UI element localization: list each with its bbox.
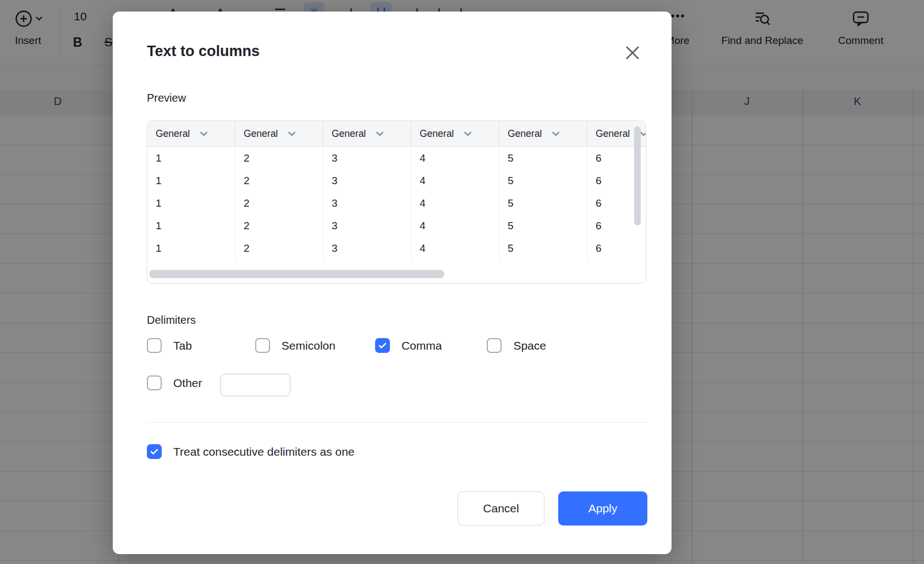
preview-table: GeneralGeneralGeneralGeneralGeneralGener… bbox=[147, 120, 646, 284]
delimiter-options-row: TabSemicolonCommaSpace bbox=[147, 338, 546, 353]
preview-cell: 1 bbox=[147, 192, 235, 214]
treat-consecutive-option[interactable]: Treat consecutive delimiters as one bbox=[147, 444, 355, 459]
chevron-down-icon bbox=[376, 131, 384, 136]
horizontal-scrollbar[interactable] bbox=[149, 270, 444, 278]
preview-cell: 3 bbox=[323, 169, 411, 192]
preview-header-row: GeneralGeneralGeneralGeneralGeneralGener… bbox=[147, 121, 646, 147]
preview-cell: 5 bbox=[499, 237, 587, 259]
chevron-down-icon bbox=[464, 131, 472, 136]
preview-cell: 3 bbox=[323, 147, 411, 169]
cancel-button[interactable]: Cancel bbox=[458, 491, 544, 526]
preview-cell: 3 bbox=[323, 192, 411, 214]
preview-cell: 4 bbox=[411, 147, 499, 169]
column-type-label: General bbox=[244, 128, 278, 140]
delimiter-option-comma[interactable]: Comma bbox=[375, 338, 442, 353]
preview-cell: 5 bbox=[499, 169, 587, 192]
preview-cell: 4 bbox=[411, 192, 499, 214]
treat-consecutive-label: Treat consecutive delimiters as one bbox=[173, 444, 355, 459]
delimiter-label: Tab bbox=[173, 338, 192, 353]
preview-row: 123456 bbox=[147, 169, 646, 192]
preview-cell: 3 bbox=[323, 237, 411, 259]
delimiter-label: Comma bbox=[402, 338, 442, 353]
column-type-label: General bbox=[156, 128, 190, 140]
preview-cell: 4 bbox=[411, 237, 499, 259]
vertical-scrollbar[interactable] bbox=[634, 126, 641, 225]
text-to-columns-dialog: Text to columns Preview GeneralGeneralGe… bbox=[113, 12, 672, 554]
preview-cell: 2 bbox=[235, 147, 323, 169]
preview-column-type-dropdown[interactable]: General bbox=[235, 121, 323, 146]
preview-column-type-dropdown[interactable]: General bbox=[411, 121, 499, 146]
preview-cell: 6 bbox=[587, 237, 646, 259]
preview-column-type-dropdown[interactable]: General bbox=[499, 121, 587, 146]
preview-cell: 3 bbox=[323, 214, 411, 237]
check-icon bbox=[377, 340, 388, 351]
checkbox-checked[interactable] bbox=[375, 338, 390, 353]
dialog-divider bbox=[147, 422, 647, 423]
preview-row: 123456 bbox=[147, 147, 646, 169]
preview-cell: 5 bbox=[499, 214, 587, 237]
checkbox[interactable] bbox=[255, 338, 270, 353]
column-type-label: General bbox=[596, 128, 630, 140]
preview-cell: 5 bbox=[499, 192, 587, 214]
checkbox[interactable] bbox=[487, 338, 502, 353]
chevron-down-icon bbox=[200, 131, 208, 136]
preview-cell: 1 bbox=[147, 214, 235, 237]
preview-cell: 2 bbox=[235, 169, 323, 192]
column-type-label: General bbox=[332, 128, 366, 140]
preview-cell: 4 bbox=[411, 214, 499, 237]
apply-button[interactable]: Apply bbox=[558, 491, 647, 526]
preview-column-type-dropdown[interactable]: General bbox=[323, 121, 411, 146]
preview-cell: 5 bbox=[499, 147, 587, 169]
preview-cell: 1 bbox=[147, 169, 235, 192]
preview-cell: 4 bbox=[411, 169, 499, 192]
delimiter-option-space[interactable]: Space bbox=[487, 338, 546, 353]
preview-label: Preview bbox=[147, 91, 186, 105]
close-icon bbox=[624, 44, 641, 62]
preview-row: 123456 bbox=[147, 237, 646, 259]
preview-cell: 1 bbox=[147, 147, 235, 169]
close-button[interactable] bbox=[622, 42, 643, 63]
checkbox[interactable] bbox=[147, 375, 162, 390]
delimiter-option-semicolon[interactable]: Semicolon bbox=[255, 338, 336, 353]
other-delimiter-input[interactable] bbox=[220, 374, 290, 396]
delimiter-label: Semicolon bbox=[282, 338, 336, 353]
preview-cell: 2 bbox=[235, 214, 323, 237]
chevron-down-icon bbox=[640, 131, 646, 136]
preview-cell: 2 bbox=[235, 192, 323, 214]
preview-row: 123456 bbox=[147, 192, 646, 214]
delimiter-label: Space bbox=[513, 338, 546, 353]
checkbox[interactable] bbox=[147, 338, 162, 353]
preview-cell: 1 bbox=[147, 237, 235, 259]
preview-cell: 2 bbox=[235, 237, 323, 259]
dialog-title: Text to columns bbox=[147, 42, 260, 60]
preview-body: 123456123456123456123456123456 bbox=[147, 147, 646, 259]
preview-row: 123456 bbox=[147, 214, 646, 237]
preview-column-type-dropdown[interactable]: General bbox=[147, 121, 235, 146]
chevron-down-icon bbox=[288, 131, 296, 136]
checkbox-checked[interactable] bbox=[147, 444, 162, 459]
check-icon bbox=[149, 446, 160, 457]
delimiter-option-tab[interactable]: Tab bbox=[147, 338, 192, 353]
delimiter-option-other[interactable]: Other bbox=[147, 375, 202, 390]
chevron-down-icon bbox=[552, 131, 560, 136]
delimiters-label: Delimiters bbox=[147, 313, 196, 327]
column-type-label: General bbox=[508, 128, 542, 140]
other-label: Other bbox=[173, 375, 202, 390]
column-type-label: General bbox=[420, 128, 454, 140]
